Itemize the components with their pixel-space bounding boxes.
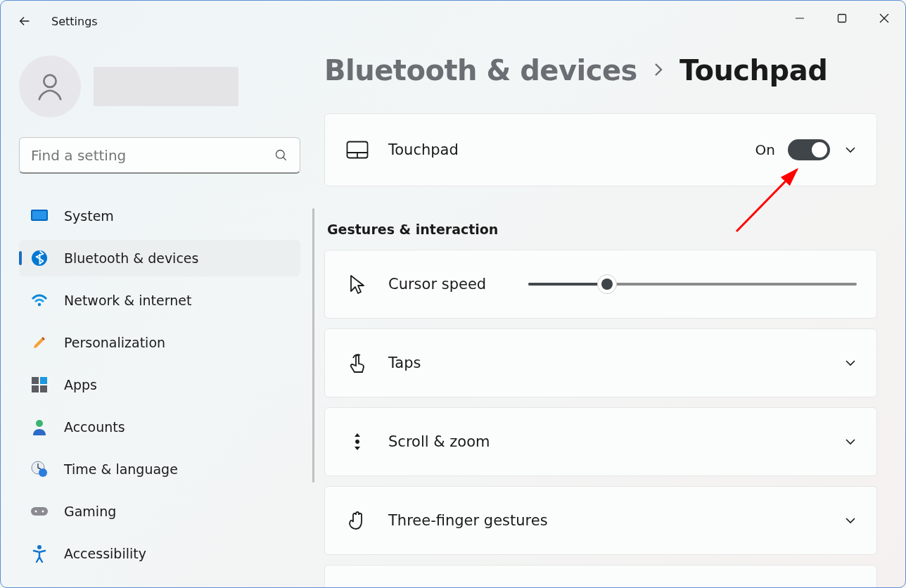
minimize-button[interactable] <box>779 1 821 34</box>
svg-rect-8 <box>32 211 46 219</box>
paintbrush-icon <box>30 333 49 352</box>
nav-item-accessibility[interactable]: Accessibility <box>19 535 300 572</box>
arrow-left-icon <box>17 13 32 29</box>
nav-item-bluetooth-devices[interactable]: Bluetooth & devices <box>19 240 300 276</box>
toggle-group: On <box>755 139 830 160</box>
main-content: Bluetooth & devices Touchpad Touchpad On… <box>324 41 905 587</box>
svg-rect-14 <box>40 385 47 392</box>
close-button[interactable] <box>863 1 905 34</box>
maximize-icon <box>837 13 847 23</box>
person-icon <box>34 70 66 103</box>
breadcrumb: Bluetooth & devices Touchpad <box>324 54 877 87</box>
accessibility-icon <box>30 544 49 563</box>
svg-rect-11 <box>32 377 39 384</box>
taps-card[interactable]: Taps <box>324 328 877 397</box>
search-input[interactable] <box>31 147 274 164</box>
slider-fill <box>528 283 607 286</box>
nav-item-personalization[interactable]: Personalization <box>19 324 300 361</box>
nav-list: System Bluetooth & devices Network & int… <box>19 198 300 572</box>
breadcrumb-parent[interactable]: Bluetooth & devices <box>324 54 637 87</box>
chevron-right-icon <box>653 58 664 83</box>
nav-label: Personalization <box>64 335 165 350</box>
minimize-icon <box>795 13 805 23</box>
svg-point-10 <box>38 303 41 306</box>
nav-item-accounts[interactable]: Accounts <box>19 409 300 445</box>
chevron-down-icon <box>844 514 857 528</box>
svg-point-20 <box>42 511 44 513</box>
touchpad-toggle[interactable] <box>788 139 830 160</box>
nav-item-gaming[interactable]: Gaming <box>19 493 300 530</box>
card-label: Touchpad <box>388 141 755 158</box>
svg-point-25 <box>356 440 359 443</box>
nav-label: Network & internet <box>64 293 191 308</box>
apps-icon <box>30 376 49 394</box>
avatar[interactable] <box>19 56 81 117</box>
nav-item-network[interactable]: Network & internet <box>19 282 300 319</box>
chevron-down-icon[interactable] <box>844 143 857 157</box>
search-icon <box>274 148 288 162</box>
account-icon <box>30 418 49 436</box>
svg-rect-12 <box>40 377 47 384</box>
nav-label: Bluetooth & devices <box>64 250 198 266</box>
slider-thumb[interactable] <box>597 274 617 294</box>
card-label: Cursor speed <box>388 276 486 293</box>
svg-point-15 <box>36 420 43 427</box>
nav-item-time-language[interactable]: Time & language <box>19 451 300 487</box>
tap-icon <box>345 352 370 373</box>
breadcrumb-current: Touchpad <box>680 54 827 87</box>
back-button[interactable] <box>11 7 39 35</box>
cursor-speed-slider[interactable] <box>528 283 857 286</box>
nav-item-apps[interactable]: Apps <box>19 366 300 403</box>
sidebar: System Bluetooth & devices Network & int… <box>1 41 324 587</box>
touchpad-toggle-card[interactable]: Touchpad On <box>324 113 877 186</box>
nav-label: Accessibility <box>64 546 146 561</box>
nav-item-system[interactable]: System <box>19 198 300 234</box>
svg-point-5 <box>276 150 285 158</box>
toggle-state-text: On <box>755 141 775 158</box>
wifi-icon <box>30 291 49 309</box>
svg-point-17 <box>39 468 47 477</box>
maximize-button[interactable] <box>821 1 863 34</box>
clock-globe-icon <box>30 460 49 478</box>
app-title: Settings <box>51 15 98 28</box>
search-field[interactable] <box>19 137 300 174</box>
svg-rect-18 <box>31 507 48 516</box>
nav-label: Accounts <box>64 419 125 435</box>
titlebar: Settings <box>1 1 905 41</box>
chevron-down-icon <box>844 435 857 449</box>
nav-label: Apps <box>64 377 97 392</box>
card-label: Three-finger gestures <box>388 512 830 529</box>
bluetooth-icon <box>30 249 49 267</box>
close-icon <box>879 13 889 23</box>
section-title: Gestures & interaction <box>327 222 877 237</box>
svg-rect-1 <box>838 15 846 23</box>
window-controls <box>779 1 905 34</box>
system-icon <box>30 207 49 225</box>
svg-point-21 <box>37 545 42 549</box>
nav-scroll: System Bluetooth & devices Network & int… <box>19 198 306 572</box>
touchpad-icon <box>345 141 370 159</box>
nav-label: Time & language <box>64 461 178 477</box>
svg-rect-13 <box>32 385 39 392</box>
three-finger-card[interactable]: Three-finger gestures <box>324 486 877 555</box>
card-label: Scroll & zoom <box>388 433 830 450</box>
cursor-icon <box>345 274 370 295</box>
card-label: Taps <box>388 354 830 371</box>
partial-next-card[interactable] <box>324 565 877 588</box>
scroll-icon <box>345 431 370 452</box>
hand-icon <box>345 510 370 531</box>
nav-label: Gaming <box>64 504 116 519</box>
svg-point-4 <box>44 75 56 87</box>
gamepad-icon <box>30 502 49 520</box>
profile-block <box>19 56 306 117</box>
profile-name-placeholder <box>94 67 238 106</box>
nav-label: System <box>64 208 114 224</box>
svg-line-6 <box>283 157 286 160</box>
chevron-down-icon <box>844 357 857 370</box>
scroll-zoom-card[interactable]: Scroll & zoom <box>324 407 877 476</box>
cursor-speed-card: Cursor speed <box>324 250 877 319</box>
svg-point-19 <box>35 511 37 513</box>
